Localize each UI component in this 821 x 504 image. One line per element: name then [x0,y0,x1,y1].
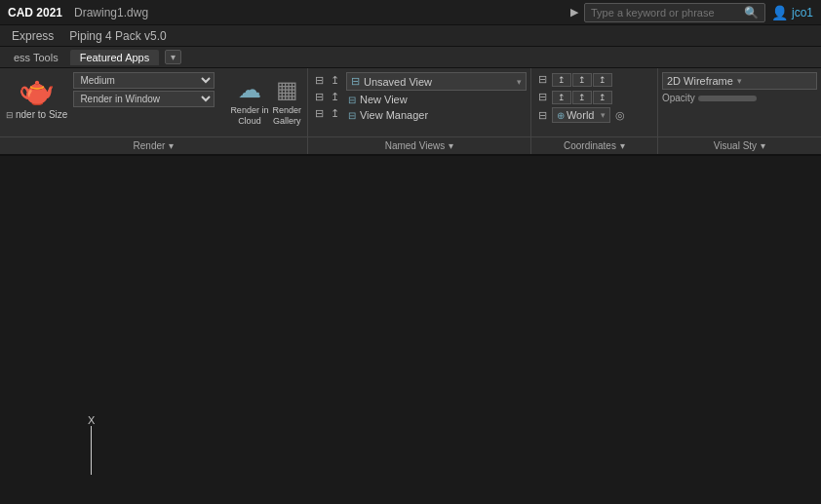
search-icon[interactable]: 🔍 [744,6,759,19]
coord-row-1: ⊟ ↥ ↥ ↥ [535,72,653,87]
axis-indicator: X [88,414,95,475]
new-view-item[interactable]: ⊟ New View [346,93,527,106]
coord-top-3[interactable]: ↥ [593,73,612,87]
coordinates-section-label: Coordinates ▾ [531,136,657,154]
coord-row-3: ⊟ ⊕ World ▾ ◎ [535,107,653,123]
render-gallery-button[interactable]: ▦ RenderGallery [272,76,301,127]
search-arrow-icon: ▶ [570,6,578,19]
menu-item-express[interactable]: Express [4,27,61,45]
render-output-select[interactable]: Render in Window [73,91,215,107]
render-gallery-label: RenderGallery [272,105,301,127]
file-name: Drawing1.dwg [74,6,148,19]
axis-x-label: X [88,414,95,426]
tab-ess-tools[interactable]: ess Tools [4,50,68,65]
new-view-icon: ⊟ [348,95,356,105]
tab-featured-apps[interactable]: Featured Apps [70,50,160,65]
search-input[interactable] [591,7,744,19]
nv-icon-btn-4[interactable]: ↥ [328,90,342,104]
axis-line-vertical [91,426,92,475]
ucs-arrow: ▾ [601,110,606,120]
visual-style-dropdown[interactable]: 2D Wireframe ▾ [662,72,817,90]
view-manager-icon: ⊟ [348,110,356,121]
ribbon-render-section: 🫖 ⊟ nder to Size Medium Render in Window [0,68,308,154]
named-views-label-text: Named Views [385,140,446,151]
user-icon: 👤 [771,5,788,20]
tab-bar: ess Tools Featured Apps ▾ [0,47,821,68]
visual-style-label-arrow[interactable]: ▾ [761,140,765,151]
nv-icon-btn-5[interactable]: ⊟ [312,106,327,121]
coord-btn-1[interactable]: ⊟ [535,72,550,87]
named-views-icon-group-mid: ⊟ ↥ [312,90,342,104]
render-controls: Medium Render in Window [73,72,224,125]
view-manager-item[interactable]: ⊟ View Manager [346,108,527,122]
coord-btn-2[interactable]: ⊟ [535,90,550,104]
render-main-body: 🫖 ⊟ nder to Size Medium Render in Window [0,68,307,136]
opacity-label: Opacity [662,93,695,103]
ribbon-named-views-section: ⊟ ↥ ⊟ ↥ ⊟ ↥ ⊟ Unsaved V [308,68,531,154]
visual-style-section-label: Visual Sty ▾ [658,136,821,154]
user-info[interactable]: 👤 jco1 [771,5,813,20]
unsaved-view-dropdown[interactable]: ⊟ Unsaved View ▾ [346,72,527,91]
visual-style-body: 2D Wireframe ▾ Opacity [658,68,821,136]
named-views-section-label: Named Views ▾ [308,136,530,154]
tab-extra-button[interactable]: ▾ [165,50,181,64]
ucs-name: World [567,109,599,121]
ucs-dropdown[interactable]: ⊕ World ▾ [552,107,610,123]
view-dropdown-arrow: ▾ [517,77,522,87]
menu-bar: Express Piping 4 Pack v5.0 [0,25,821,47]
opacity-row: Opacity [662,93,817,103]
render-label-arrow[interactable]: ▾ [169,140,174,151]
nv-icon-btn-2[interactable]: ↥ [328,73,342,88]
nv-icon-btn-1[interactable]: ⊟ [312,73,327,88]
render-section-label: Render ▾ [0,136,307,154]
app-name: CAD 2021 [8,6,62,19]
ribbon: 🫖 ⊟ nder to Size Medium Render in Window [0,68,821,156]
view-manager-label: View Manager [360,109,428,121]
ucs-icon: ⊕ [557,110,565,121]
coordinates-label-arrow[interactable]: ▾ [620,140,625,151]
view-icon: ⊟ [351,75,360,88]
username: jco1 [792,6,813,19]
menu-item-piping[interactable]: Piping 4 Pack v5.0 [61,27,174,45]
opacity-slider[interactable] [698,96,757,101]
coord-btn-group-2: ↥ ↥ ↥ [552,91,612,104]
coordinates-body: ⊟ ↥ ↥ ↥ ⊟ ↥ ↥ ↥ ⊟ ⊕ World [531,68,657,136]
render-gallery-icon: ▦ [276,76,298,103]
coord-top-2[interactable]: ↥ [572,73,592,87]
render-quality-select[interactable]: Medium [73,72,215,89]
coordinates-label-text: Coordinates [564,140,616,151]
render-cloud-button[interactable]: ☁ Render inCloud [230,76,268,127]
title-bar-left: CAD 2021 Drawing1.dwg [8,6,570,19]
named-views-label-arrow[interactable]: ▾ [449,140,453,151]
coord-top-1[interactable]: ↥ [552,73,571,87]
coord-row-2: ⊟ ↥ ↥ ↥ [535,90,653,104]
title-bar-right: ▶ 🔍 👤 jco1 [570,3,813,22]
opacity-icon-btn[interactable]: ◎ [612,108,628,123]
new-view-label: New View [360,94,408,105]
render-cloud-icon: ☁ [238,76,261,103]
visual-style-arrow: ▾ [737,76,742,86]
title-bar: CAD 2021 Drawing1.dwg ▶ 🔍 👤 jco1 [0,0,821,25]
nv-icon-btn-6[interactable]: ↥ [328,106,342,121]
current-view-text: Unsaved View [364,76,513,88]
named-views-icon-group-bot: ⊟ ↥ [312,106,342,121]
visual-style-label-text: Visual Sty [714,140,757,151]
render-cloud-label: Render inCloud [230,105,268,127]
canvas-area: X [0,156,821,504]
coord-mid-1[interactable]: ↥ [552,91,571,104]
named-views-body: ⊟ ↥ ⊟ ↥ ⊟ ↥ ⊟ Unsaved V [308,68,530,136]
named-views-icon-group-top: ⊟ ↥ [312,73,342,88]
coord-mid-3[interactable]: ↥ [593,91,612,104]
nv-icon-btn-3[interactable]: ⊟ [312,90,327,104]
render-size-icon: ⊟ [6,110,14,120]
ribbon-coordinates-section: ⊟ ↥ ↥ ↥ ⊟ ↥ ↥ ↥ ⊟ ⊕ World [531,68,658,154]
render-to-size-label: nder to Size [16,109,67,120]
ribbon-visual-style-section: 2D Wireframe ▾ Opacity Visual Sty ▾ [658,68,821,154]
coord-mid-2[interactable]: ↥ [572,91,592,104]
teapot-icon: 🫖 [19,76,55,105]
render-label-text: Render [134,140,166,151]
coord-btn-3[interactable]: ⊟ [535,108,550,123]
visual-style-text: 2D Wireframe [667,75,733,87]
coord-btn-group-1: ↥ ↥ ↥ [552,73,612,87]
search-box[interactable]: 🔍 [584,3,765,22]
